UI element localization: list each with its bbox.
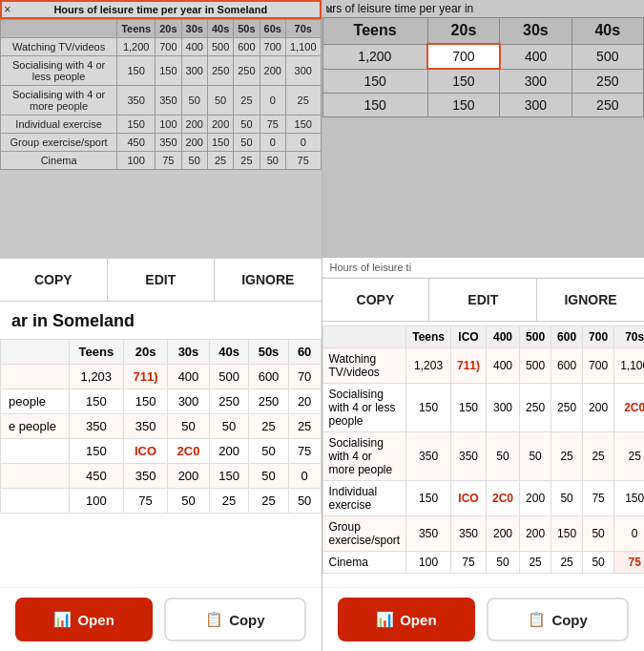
table-cell: 500 [209, 365, 248, 389]
row-label: e people [1, 414, 70, 439]
table-cell: 300 [181, 56, 207, 86]
row-label [1, 464, 70, 489]
col-header-20s: 20s [124, 340, 168, 365]
table-cell: 350 [156, 86, 181, 116]
row-label: Socialising with 4 or more people [1, 86, 117, 116]
row-label [1, 489, 70, 514]
right-data-table-wrapper[interactable]: Teens ICO 400 500 600 700 70s Watching T… [322, 322, 645, 587]
table-cell: 200 [209, 439, 248, 464]
table-cell: 150 [322, 69, 427, 94]
table-row: 150 150 300 250 [322, 94, 644, 117]
row-label [1, 439, 70, 464]
left-data-table-wrapper[interactable]: Teens 20s 30s 40s 50s 60 1,203 711) 400 [0, 335, 322, 587]
table-cell: 25 [614, 432, 644, 481]
table-cell: 150 [451, 384, 487, 432]
right-edit-button[interactable]: EDIT [429, 279, 537, 321]
right-copy-bottom-button[interactable]: 📋 Copy [487, 598, 629, 641]
row-label: Socialising with 4 or less people [322, 384, 406, 432]
row-label: Group exercise/sport [1, 134, 117, 152]
copy-label: Copy [229, 612, 265, 628]
right-main-content: Teens ICO 400 500 600 700 70s Watching T… [322, 322, 645, 587]
left-content-title: ar in Someland [0, 302, 322, 335]
right-close-button[interactable]: × [326, 2, 334, 17]
table-cell: 250 [249, 389, 288, 414]
right-screenshot-area: × urs of leisure time per year in Teens … [322, 0, 645, 258]
table-cell: 200 [181, 116, 207, 134]
right-panel-header: Hours of leisure ti [322, 258, 645, 278]
right-data-table: Teens ICO 400 500 600 700 70s Watching T… [322, 326, 645, 574]
table-cell: 350 [451, 516, 487, 552]
table-cell: 350 [451, 432, 487, 481]
row-label: Watching TV/videos [322, 348, 406, 384]
table-row: Cinema 100 75 50 25 25 50 75 [322, 552, 644, 574]
left-edit-button[interactable]: EDIT [108, 259, 216, 301]
col-header-ico: ICO [451, 326, 487, 348]
table-cell: 350 [156, 134, 181, 152]
table-cell: 25 [551, 552, 583, 574]
left-close-button[interactable]: × [4, 2, 11, 16]
left-copy-bottom-button[interactable]: 📋 Copy [164, 598, 305, 641]
row-label: Group exercise/sport [322, 516, 406, 552]
col-header-700: 700 [583, 326, 614, 348]
left-copy-button[interactable]: COPY [0, 259, 108, 301]
table-cell: 20 [288, 389, 321, 414]
table-cell: 200 [181, 134, 207, 152]
left-data-table: Teens 20s 30s 40s 50s 60 1,203 711) 400 [0, 339, 322, 514]
table-cell: 50 [487, 552, 520, 574]
right-ignore-button[interactable]: IGNORE [537, 279, 644, 321]
table-cell: 50 [234, 116, 260, 134]
table-row: 100 75 50 25 25 50 [1, 489, 322, 514]
table-cell: 1,200 [117, 38, 156, 56]
table-cell: 50 [209, 414, 248, 439]
table-cell-red: 2C0 [168, 439, 210, 464]
left-screenshot-area: × Hours of leisure time per year in Some… [0, 0, 322, 258]
table-cell: 150 [285, 116, 321, 134]
right-copy-button[interactable]: COPY [322, 279, 430, 321]
table-cell: 50 [260, 152, 285, 170]
table-cell: 400 [487, 348, 520, 384]
copy-icon: 📋 [528, 611, 546, 628]
table-row: Group exercise/sport 350 350 200 200 150… [322, 516, 644, 552]
table-cell: 150 [406, 481, 451, 516]
table-cell: 600 [551, 348, 583, 384]
table-cell: 50 [181, 86, 207, 116]
table-cell: 150 [117, 116, 156, 134]
left-ignore-button[interactable]: IGNORE [215, 259, 322, 301]
table-cell: 25 [207, 152, 233, 170]
table-row: Cinema 100 75 50 25 25 50 75 [1, 152, 322, 170]
table-cell: 150 [117, 56, 156, 86]
table-cell: 350 [117, 86, 156, 116]
table-cell: 600 [249, 365, 288, 389]
table-row: Socialising with 4 or less people 150 15… [322, 384, 644, 432]
table-cell: 250 [207, 56, 233, 86]
row-label: Watching TV/videos [1, 38, 117, 56]
table-cell-highlight: 700 [427, 44, 499, 69]
table-cell: 400 [181, 38, 207, 56]
table-row: e people 350 350 50 50 25 25 [1, 414, 322, 439]
table-cell: 25 [520, 552, 551, 574]
table-cell: 0 [614, 516, 644, 552]
table-cell: 700 [260, 38, 285, 56]
left-action-bar: COPY EDIT IGNORE [0, 258, 322, 302]
table-cell: 1,200 [322, 44, 427, 69]
table-row: 1,200 700 400 500 [322, 44, 644, 69]
table-cell: 150 [427, 69, 499, 94]
table-row: 450 350 200 150 50 0 [1, 464, 322, 489]
table-cell: 25 [249, 414, 288, 439]
table-cell: 150 [69, 389, 123, 414]
row-label [1, 365, 70, 389]
table-cell: 500 [520, 348, 551, 384]
table-row: 1,203 711) 400 500 600 70 [1, 365, 322, 389]
left-open-button[interactable]: 📊 Open [15, 598, 153, 641]
table-cell: 0 [260, 86, 285, 116]
table-cell: 200 [487, 516, 520, 552]
right-action-bar: COPY EDIT IGNORE [322, 278, 645, 322]
right-panel: × urs of leisure time per year in Teens … [322, 0, 645, 651]
table-cell: 1,203 [406, 348, 451, 384]
col-header-label [1, 340, 70, 365]
table-cell: 50 [583, 516, 614, 552]
ss-col-teens: Teens [322, 18, 427, 45]
table-cell: 500 [207, 38, 233, 56]
table-cell: 150 [207, 134, 233, 152]
right-open-button[interactable]: 📊 Open [338, 598, 476, 641]
